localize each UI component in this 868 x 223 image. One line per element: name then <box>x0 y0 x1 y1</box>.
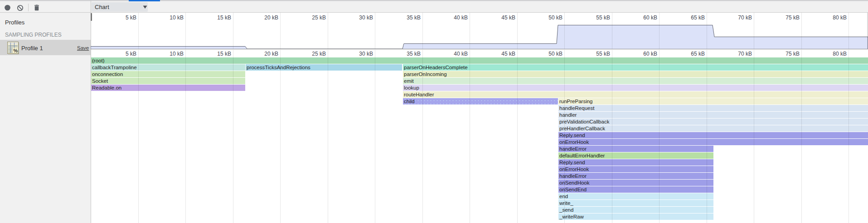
svg-text:%: % <box>14 48 18 53</box>
